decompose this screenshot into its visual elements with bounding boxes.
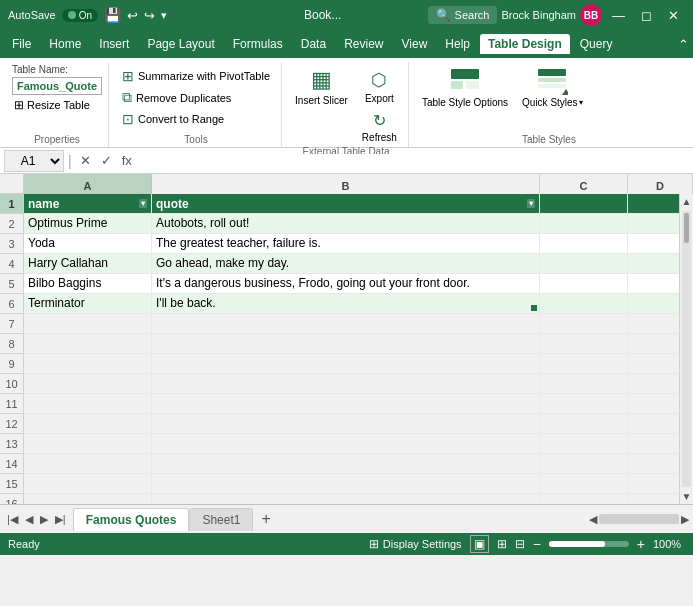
formula-input[interactable] xyxy=(140,154,689,168)
cell-14a[interactable] xyxy=(24,454,152,473)
scroll-track[interactable] xyxy=(682,211,691,487)
normal-view-button[interactable]: ▣ xyxy=(470,535,489,553)
page-break-view-button[interactable]: ⊟ xyxy=(515,537,525,551)
cell-6c[interactable] xyxy=(540,294,628,313)
undo-icon[interactable]: ↩ xyxy=(127,8,138,23)
col-header-d[interactable]: D xyxy=(628,174,693,194)
cell-3b[interactable]: The greatest teacher, failure is. xyxy=(152,234,540,253)
cell-15a[interactable] xyxy=(24,474,152,493)
cell-8d[interactable] xyxy=(628,334,679,353)
cell-12c[interactable] xyxy=(540,414,628,433)
resize-table-button[interactable]: ⊞ Resize Table xyxy=(12,97,102,113)
cell-5b[interactable]: It's a dangerous business, Frodo, going … xyxy=(152,274,540,293)
cell-6a[interactable]: Terminator xyxy=(24,294,152,313)
cell-8c[interactable] xyxy=(540,334,628,353)
cell-reference-box[interactable]: A1 xyxy=(4,150,64,172)
hscroll-right-button[interactable]: ▶ xyxy=(681,513,689,526)
menu-help[interactable]: Help xyxy=(437,34,478,54)
quick-styles-button[interactable]: Quick Styles ▾ xyxy=(517,64,588,111)
cell-16b[interactable] xyxy=(152,494,540,504)
cell-10b[interactable] xyxy=(152,374,540,393)
menu-insert[interactable]: Insert xyxy=(91,34,137,54)
refresh-button[interactable]: ↻ Refresh xyxy=(357,108,402,146)
cancel-formula-button[interactable]: ✕ xyxy=(76,153,95,168)
cell-11b[interactable] xyxy=(152,394,540,413)
menu-data[interactable]: Data xyxy=(293,34,334,54)
cell-16d[interactable] xyxy=(628,494,679,504)
cell-4a[interactable]: Harry Callahan xyxy=(24,254,152,273)
scroll-thumb[interactable] xyxy=(684,213,689,243)
cell-6d[interactable] xyxy=(628,294,679,313)
user-avatar[interactable]: BB xyxy=(580,4,602,26)
more-icon[interactable]: ▾ xyxy=(161,9,167,22)
cell-3c[interactable] xyxy=(540,234,628,253)
cell-13b[interactable] xyxy=(152,434,540,453)
header-cell-name[interactable]: name ▾ xyxy=(24,194,152,213)
cell-3d[interactable] xyxy=(628,234,679,253)
cell-15c[interactable] xyxy=(540,474,628,493)
cell-7a[interactable] xyxy=(24,314,152,333)
ribbon-collapse-icon[interactable]: ⌃ xyxy=(678,37,689,52)
cell-2a[interactable]: Optimus Prime xyxy=(24,214,152,233)
zoom-in-button[interactable]: + xyxy=(637,536,645,552)
close-button[interactable]: ✕ xyxy=(662,6,685,25)
hscroll-left-button[interactable]: ◀ xyxy=(589,513,597,526)
cell-13c[interactable] xyxy=(540,434,628,453)
cell-14d[interactable] xyxy=(628,454,679,473)
cell-14c[interactable] xyxy=(540,454,628,473)
cell-11d[interactable] xyxy=(628,394,679,413)
cell-10d[interactable] xyxy=(628,374,679,393)
cell-12d[interactable] xyxy=(628,414,679,433)
menu-home[interactable]: Home xyxy=(41,34,89,54)
cell-12b[interactable] xyxy=(152,414,540,433)
cell-10c[interactable] xyxy=(540,374,628,393)
convert-to-range-button[interactable]: ⊡ Convert to Range xyxy=(117,109,275,129)
scroll-up-button[interactable]: ▲ xyxy=(680,194,693,209)
cell-4d[interactable] xyxy=(628,254,679,273)
name-filter-button[interactable]: ▾ xyxy=(139,199,147,208)
header-cell-d[interactable] xyxy=(628,194,679,213)
col-header-a[interactable]: A xyxy=(24,174,152,194)
table-style-options-button[interactable]: Table Style Options xyxy=(417,64,513,111)
cell-6b[interactable]: I'll be back. ■ xyxy=(152,294,540,313)
save-icon[interactable]: 💾 xyxy=(104,7,121,23)
autosave-toggle[interactable]: On xyxy=(62,9,98,22)
header-cell-c[interactable] xyxy=(540,194,628,213)
cell-5d[interactable] xyxy=(628,274,679,293)
cell-2c[interactable] xyxy=(540,214,628,233)
menu-file[interactable]: File xyxy=(4,34,39,54)
add-sheet-button[interactable]: + xyxy=(253,508,278,530)
cell-12a[interactable] xyxy=(24,414,152,433)
table-resize-handle[interactable]: ■ xyxy=(531,305,537,311)
cell-11c[interactable] xyxy=(540,394,628,413)
cell-2d[interactable] xyxy=(628,214,679,233)
scroll-down-button[interactable]: ▼ xyxy=(680,489,693,504)
display-settings-button[interactable]: ⊞ Display Settings xyxy=(369,537,462,551)
cell-7d[interactable] xyxy=(628,314,679,333)
minimize-button[interactable]: — xyxy=(606,6,631,25)
vertical-scrollbar[interactable]: ▲ ▼ xyxy=(679,194,693,504)
insert-slicer-button[interactable]: ▦ Insert Slicer xyxy=(290,64,353,109)
cell-9d[interactable] xyxy=(628,354,679,373)
summarize-pivottable-button[interactable]: ⊞ Summarize with PivotTable xyxy=(117,66,275,86)
cell-7b[interactable] xyxy=(152,314,540,333)
cell-5c[interactable] xyxy=(540,274,628,293)
cell-16a[interactable] xyxy=(24,494,152,504)
tab-next-button[interactable]: ▶ xyxy=(37,511,51,528)
cell-8a[interactable] xyxy=(24,334,152,353)
remove-duplicates-button[interactable]: ⧉ Remove Duplicates xyxy=(117,87,275,108)
restore-button[interactable]: ◻ xyxy=(635,6,658,25)
menu-table-design[interactable]: Table Design xyxy=(480,34,570,54)
quote-filter-button[interactable]: ▾ xyxy=(527,199,535,208)
cell-16c[interactable] xyxy=(540,494,628,504)
menu-review[interactable]: Review xyxy=(336,34,391,54)
redo-icon[interactable]: ↪ xyxy=(144,8,155,23)
cell-9b[interactable] xyxy=(152,354,540,373)
cell-13a[interactable] xyxy=(24,434,152,453)
menu-page-layout[interactable]: Page Layout xyxy=(139,34,222,54)
export-button[interactable]: ⬡ Export xyxy=(357,66,402,107)
cell-14b[interactable] xyxy=(152,454,540,473)
cell-4b[interactable]: Go ahead, make my day. xyxy=(152,254,540,273)
cell-5a[interactable]: Bilbo Baggins xyxy=(24,274,152,293)
col-header-c[interactable]: C xyxy=(540,174,628,194)
